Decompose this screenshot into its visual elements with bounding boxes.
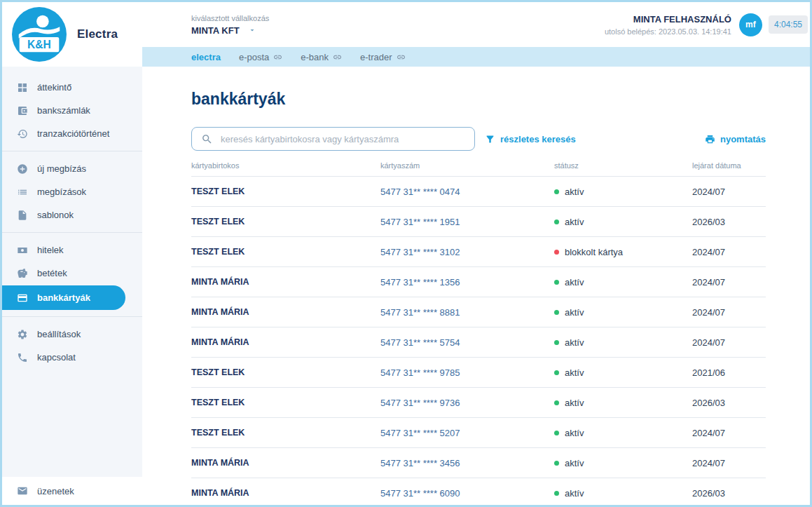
card-number: 5477 31** **** 9785 bbox=[380, 367, 554, 378]
card-expiry: 2021/06 bbox=[692, 367, 766, 378]
table-row[interactable]: TESZT ELEK 5477 31** **** 5207 aktív 202… bbox=[191, 418, 766, 448]
card-number: 5477 31** **** 3102 bbox=[380, 247, 554, 257]
status-dot-icon bbox=[554, 250, 559, 255]
gear-icon bbox=[17, 329, 28, 340]
wallet-icon bbox=[17, 105, 28, 116]
card-holder: TESZT ELEK bbox=[191, 217, 380, 227]
sidebar-item-label: tranzakciótörténet bbox=[37, 128, 109, 139]
card-status: aktív bbox=[554, 187, 692, 197]
phone-icon bbox=[17, 352, 28, 363]
card-expiry: 2024/07 bbox=[692, 337, 766, 348]
status-dot-icon bbox=[554, 431, 559, 435]
column-header-lejarat-datuma: lejárat dátuma bbox=[692, 161, 766, 170]
history-icon bbox=[17, 128, 28, 140]
main-column: kiválasztott vállalkozás MINTA KFT MINTA… bbox=[142, 2, 810, 505]
status-label: aktív bbox=[565, 428, 584, 438]
card-status: aktív bbox=[554, 307, 692, 318]
filter-funnel-icon bbox=[485, 134, 495, 144]
tab-e-bank[interactable]: e-bank bbox=[301, 52, 342, 62]
status-label: aktív bbox=[565, 337, 584, 348]
column-header-kartyaszam: kártyaszám bbox=[380, 161, 554, 170]
card-number: 5477 31** **** 3456 bbox=[380, 458, 554, 468]
svg-text:K&H: K&H bbox=[27, 39, 51, 50]
card-holder: TESZT ELEK bbox=[191, 367, 380, 377]
sidebar-item-label: beállítások bbox=[37, 329, 81, 339]
table-row[interactable]: MINTA MÁRIA 5477 31** **** 3456 aktív 20… bbox=[191, 448, 766, 478]
sidebar-item-label: új megbízás bbox=[37, 163, 86, 174]
print-button[interactable]: nyomtatás bbox=[705, 134, 766, 144]
sidebar-item-label: kapcsolat bbox=[37, 352, 76, 363]
sidebar-divider bbox=[2, 232, 142, 233]
table-row[interactable]: TESZT ELEK 5477 31** **** 3102 blokkolt … bbox=[191, 237, 766, 267]
card-status: aktív bbox=[554, 398, 692, 408]
tab-e-posta[interactable]: e-posta bbox=[239, 52, 282, 62]
table-row[interactable]: TESZT ELEK 5477 31** **** 9736 aktív 202… bbox=[191, 388, 766, 418]
card-status: blokkolt kártya bbox=[554, 247, 692, 257]
sidebar-item-label: bankszámlák bbox=[37, 105, 90, 116]
sidebar-item-sablonok[interactable]: sablonok bbox=[2, 204, 142, 226]
card-expiry: 2026/03 bbox=[692, 217, 766, 227]
card-expiry: 2024/07 bbox=[692, 247, 766, 257]
status-label: aktív bbox=[565, 217, 584, 227]
card-holder: TESZT ELEK bbox=[191, 187, 380, 196]
chevron-down-icon bbox=[248, 26, 256, 34]
card-status: aktív bbox=[554, 458, 692, 468]
avatar[interactable]: mf bbox=[739, 13, 762, 36]
company-selector[interactable]: kiválasztott vállalkozás MINTA KFT bbox=[191, 14, 269, 36]
card-number: 5477 31** **** 5207 bbox=[380, 428, 554, 438]
content-area: bankkártyák részletes keresés bbox=[142, 67, 810, 505]
credit-card-icon bbox=[17, 292, 28, 304]
envelope-icon bbox=[17, 485, 28, 496]
status-dot-icon bbox=[554, 280, 559, 285]
external-link-icon bbox=[333, 53, 342, 62]
sidebar-item-hitelek[interactable]: hitelek bbox=[2, 239, 142, 261]
status-dot-icon bbox=[554, 491, 559, 496]
card-number: 5477 31** **** 9736 bbox=[380, 398, 554, 408]
printer-icon bbox=[705, 134, 715, 144]
sidebar-item-attekinto[interactable]: áttekintő bbox=[2, 76, 142, 98]
sidebar-divider bbox=[2, 151, 142, 151]
sidebar-item-megbizasok[interactable]: megbízások bbox=[2, 181, 142, 203]
tab-electra[interactable]: electra bbox=[191, 52, 221, 62]
card-expiry: 2024/07 bbox=[692, 458, 766, 468]
tab-e-trader[interactable]: e-trader bbox=[360, 52, 406, 62]
status-dot-icon bbox=[554, 461, 559, 466]
table-row[interactable]: MINTA MÁRIA 5477 31** **** 8881 aktív 20… bbox=[191, 297, 766, 327]
table-row[interactable]: MINTA MÁRIA 5477 31** **** 1356 aktív 20… bbox=[191, 267, 766, 297]
sidebar-item-uj-megbizas[interactable]: új megbízás bbox=[2, 158, 142, 180]
card-holder: TESZT ELEK bbox=[191, 398, 380, 407]
sidebar-item-label: hitelek bbox=[37, 245, 64, 255]
table-row[interactable]: TESZT ELEK 5477 31** **** 1951 aktív 202… bbox=[191, 207, 766, 237]
sidebar-item-bankszamlak[interactable]: bankszámlák bbox=[2, 100, 142, 121]
external-link-icon bbox=[397, 53, 406, 62]
card-expiry: 2026/03 bbox=[692, 488, 766, 499]
sidebar-item-label: üzenetek bbox=[37, 486, 74, 496]
left-column: K&H Electra áttekintő bankszámlák bbox=[2, 2, 142, 505]
table-row[interactable]: MINTA MÁRIA 5477 31** **** 5754 aktív 20… bbox=[191, 327, 766, 358]
table-row[interactable]: TESZT ELEK 5477 31** **** 9785 aktív 202… bbox=[191, 358, 766, 388]
sidebar-item-label: bankkártyák bbox=[37, 292, 90, 303]
table-row[interactable]: MINTA MÁRIA 5477 31** **** 6090 aktív 20… bbox=[191, 478, 766, 505]
page-title: bankkártyák bbox=[191, 90, 766, 109]
advanced-search-button[interactable]: részletes keresés bbox=[485, 134, 576, 144]
card-holder: MINTA MÁRIA bbox=[191, 307, 380, 317]
electra-app-window: K&H Electra áttekintő bankszámlák bbox=[0, 0, 812, 507]
sidebar-item-kapcsolat[interactable]: kapcsolat bbox=[2, 346, 142, 368]
status-label: aktív bbox=[565, 367, 584, 378]
card-holder: MINTA MÁRIA bbox=[191, 488, 380, 498]
card-number: 5477 31** **** 6090 bbox=[380, 488, 554, 499]
external-link-icon bbox=[273, 53, 282, 62]
sidebar-item-tranzakciotortenet[interactable]: tranzakciótörténet bbox=[2, 123, 142, 144]
table-row[interactable]: TESZT ELEK 5477 31** **** 0474 aktív 202… bbox=[191, 177, 766, 207]
sidebar-item-betetek[interactable]: betétek bbox=[2, 262, 142, 284]
card-status: aktív bbox=[554, 277, 692, 288]
advanced-search-label: részletes keresés bbox=[500, 134, 576, 144]
sidebar-item-bankkartyak[interactable]: bankkártyák bbox=[2, 285, 125, 310]
card-holder: TESZT ELEK bbox=[191, 247, 380, 257]
sidebar-item-uzenetek[interactable]: üzenetek bbox=[2, 477, 142, 505]
sidebar-item-beallitasok[interactable]: beállítások bbox=[2, 323, 142, 345]
search-input[interactable] bbox=[221, 134, 465, 144]
user-info: MINTA FELHASZNÁLÓ utolsó belépés: 2023.0… bbox=[605, 14, 731, 36]
tab-label: electra bbox=[191, 52, 221, 62]
card-status: aktív bbox=[554, 337, 692, 348]
